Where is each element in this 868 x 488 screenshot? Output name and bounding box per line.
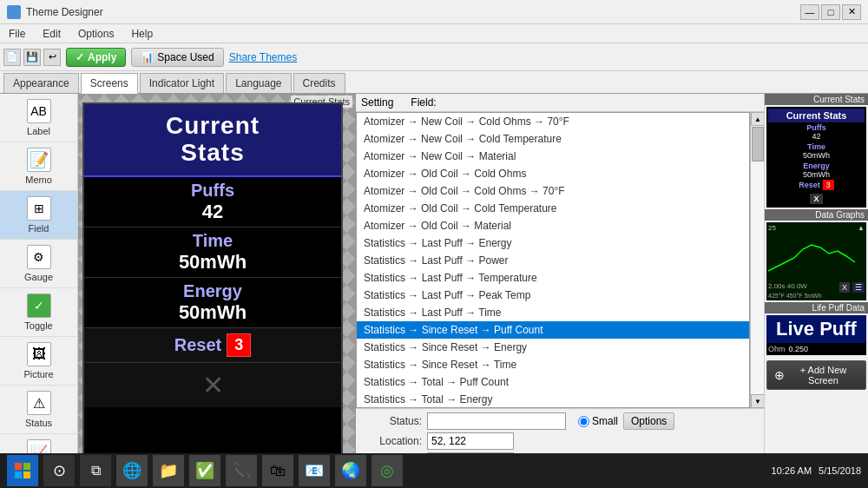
dropdown-item[interactable]: Statistics → Last Puff → Time <box>357 304 749 321</box>
dropdown-item[interactable]: Atomizer → New Coil → Cold Temperature <box>357 130 749 148</box>
status-row: Status: Small Options <box>361 412 759 430</box>
settings-panel: Setting Field: Atomizer → New Coil → Col… <box>356 94 764 488</box>
apply-label: Apply <box>88 51 116 63</box>
search-button[interactable]: ⊙ <box>43 455 75 486</box>
sidebar-item-toggle[interactable]: ✓ Toggle <box>0 288 77 337</box>
undo-icon[interactable]: ↩ <box>43 49 61 66</box>
device-screen: CurrentStats Puffs 42 Time 50mWh Energy … <box>82 102 343 476</box>
menu-file[interactable]: File <box>3 26 30 42</box>
sidebar-status-text: Status <box>25 418 52 428</box>
taskbar-right: 10:26 AM 5/15/2018 <box>772 465 861 476</box>
screen-row-time: Time 50mWh <box>84 228 341 278</box>
dropdown-item[interactable]: Atomizer → Old Coil → Material <box>357 217 749 234</box>
close-button[interactable]: ✕ <box>842 4 861 20</box>
tab-credits[interactable]: Credits <box>293 73 345 93</box>
sidebar-item-status[interactable]: ⚠ Status <box>0 386 77 434</box>
taskbar: ⊙ ⧉ 🌐 📁 ✅ 📞 🛍 📧 🌏 ◎ 10:26 AM 5/15/2018 <box>0 453 868 488</box>
data-graphs-preview: 25 ▲ 2.00s 40.0W X ☰ 425°F 450°F 5mWh <box>766 222 866 300</box>
dropdown-item[interactable]: Statistics → Last Puff → Peak Temp <box>357 287 749 304</box>
scroll-track <box>751 126 764 394</box>
taskbar-app2-icon[interactable]: ◎ <box>372 455 403 486</box>
minimize-button[interactable]: — <box>800 4 819 20</box>
ohm-value: 0.250 <box>789 345 809 353</box>
maximize-button[interactable]: □ <box>821 4 840 20</box>
dropdown-item[interactable]: Atomizer → New Coil → Material <box>357 148 749 165</box>
taskbar-app1-icon[interactable]: ✅ <box>189 455 220 486</box>
dropdown-item[interactable]: Statistics → Total → Energy <box>357 391 749 407</box>
window-controls[interactable]: — □ ✕ <box>800 4 861 20</box>
tab-language[interactable]: Language <box>226 73 291 93</box>
current-stats-section-label: Current Stats <box>765 94 868 105</box>
menu-help[interactable]: Help <box>126 26 158 42</box>
scroll-thumb[interactable] <box>752 127 764 162</box>
sidebar-item-memo[interactable]: 📝 Memo <box>0 142 77 191</box>
options-button[interactable]: Options <box>623 412 674 430</box>
dropdown-item[interactable]: Atomizer → New Coil → Cold Ohms → 70°F <box>357 113 749 130</box>
status-label: Status: <box>361 415 422 427</box>
svg-rect-2 <box>15 472 22 478</box>
toolbar: 📄 💾 ↩ ✓ Apply 📊 Space Used Share Themes <box>0 43 868 71</box>
dropdown-item[interactable]: Statistics → Since Reset → Energy <box>357 339 749 356</box>
apply-button[interactable]: ✓ Apply <box>66 48 126 67</box>
menu-edit[interactable]: Edit <box>37 26 66 42</box>
graph-menu-button[interactable]: ☰ <box>852 282 865 293</box>
add-new-screen-button[interactable]: ⊕ + Add New Screen <box>766 360 866 390</box>
dropdown-item[interactable]: Statistics → Since Reset → Time <box>357 356 749 373</box>
right-panel: Current Stats Current Stats Puffs 42 Tim… <box>764 94 868 488</box>
sidebar-item-picture[interactable]: 🖼 Picture <box>0 337 77 386</box>
task-view-button[interactable]: ⧉ <box>80 455 111 486</box>
tab-screens[interactable]: Screens <box>81 73 138 94</box>
svg-rect-1 <box>23 463 30 470</box>
space-used-label: Space Used <box>157 51 214 63</box>
title-bar-left: Theme Designer <box>7 5 103 19</box>
svg-rect-3 <box>23 472 30 478</box>
sidebar-field-text: Field <box>29 223 49 234</box>
space-used-icon: 📊 <box>141 51 154 63</box>
graph-x-button[interactable]: X <box>839 282 850 293</box>
dropdown-list[interactable]: Atomizer → New Coil → Cold Ohms → 70°FAt… <box>357 113 749 407</box>
taskbar-files-icon[interactable]: 📁 <box>153 455 184 486</box>
save-icon[interactable]: 💾 <box>23 49 41 66</box>
taskbar-mail-icon[interactable]: 📧 <box>299 455 330 486</box>
graph-bottom-row: 2.00s 40.0W X ☰ <box>768 282 865 293</box>
graph-svg <box>768 232 865 280</box>
status-input[interactable] <box>427 412 566 430</box>
location-input[interactable] <box>427 432 514 450</box>
location-row: Location: <box>361 432 759 450</box>
dropdown-item[interactable]: Statistics → Last Puff → Power <box>357 252 749 269</box>
data-graphs-section-label: Data Graphs <box>765 209 868 221</box>
taskbar-time: 10:26 AM <box>772 465 812 476</box>
dropdown-item[interactable]: Statistics → Total → Puff Count <box>357 373 749 391</box>
scroll-up-button[interactable]: ▲ <box>751 112 764 126</box>
start-button[interactable] <box>7 455 38 486</box>
mini-puffs-row: Puffs 42 <box>768 122 865 142</box>
size-small-radio[interactable]: Small <box>578 415 618 427</box>
dropdown-item[interactable]: Statistics → Since Reset → Puff Count <box>357 321 749 339</box>
sidebar-item-field[interactable]: ⊞ Field <box>0 191 77 240</box>
sidebar-item-gauge[interactable]: ⚙ Gauge <box>0 240 77 288</box>
dropdown-item[interactable]: Atomizer → Old Coil → Cold Ohms <box>357 165 749 182</box>
scroll-down-button[interactable]: ▼ <box>751 394 764 408</box>
dropdown-item[interactable]: Atomizer → Old Coil → Cold Ohms → 70°F <box>357 182 749 200</box>
dropdown-scrollbar[interactable]: ▲ ▼ <box>750 112 764 408</box>
life-puff-section-label: Life Puff Data <box>765 302 868 313</box>
dropdown-item[interactable]: Statistics → Last Puff → Temperature <box>357 269 749 287</box>
main-content: AB Label 📝 Memo ⊞ Field ⚙ Gauge ✓ Toggle… <box>0 94 868 488</box>
mini-x-row: X <box>768 190 865 206</box>
taskbar-ie-icon[interactable]: 🌐 <box>116 455 148 486</box>
menu-options[interactable]: Options <box>73 26 119 42</box>
app-icon <box>7 5 21 19</box>
dropdown-item[interactable]: Statistics → Last Puff → Energy <box>357 234 749 252</box>
sidebar-item-label[interactable]: AB Label <box>0 94 77 142</box>
space-used-button[interactable]: 📊 Space Used <box>131 48 223 67</box>
apply-check-icon: ✓ <box>76 51 84 63</box>
taskbar-store-icon[interactable]: 🛍 <box>262 455 293 486</box>
tab-indicator-light[interactable]: Indicator Light <box>140 73 224 93</box>
taskbar-chrome-icon[interactable]: 🌏 <box>335 455 366 486</box>
dropdown-area: Setting Field: Atomizer → New Coil → Col… <box>356 94 764 488</box>
new-icon[interactable]: 📄 <box>3 49 21 66</box>
taskbar-phone-icon[interactable]: 📞 <box>226 455 257 486</box>
tab-appearance[interactable]: Appearance <box>3 73 79 93</box>
share-themes-link[interactable]: Share Themes <box>229 51 298 63</box>
dropdown-item[interactable]: Atomizer → Old Coil → Cold Temperature <box>357 200 749 217</box>
